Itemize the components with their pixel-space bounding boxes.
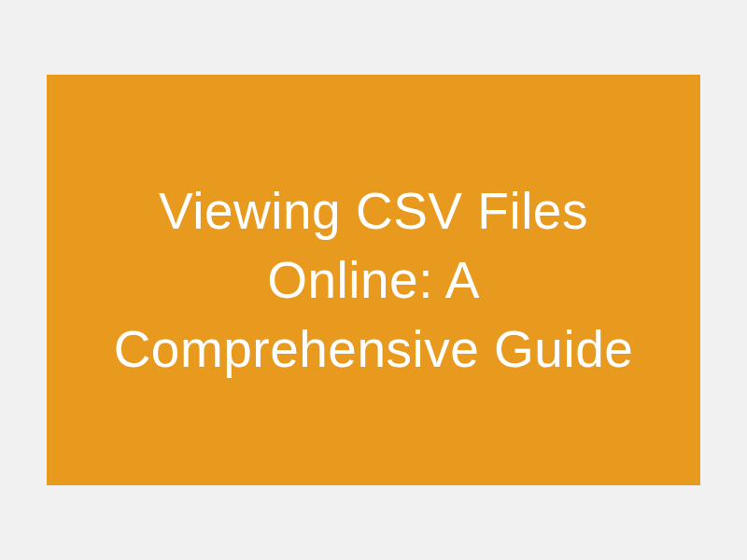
title-banner: Viewing CSV Files Online: A Comprehensiv… — [47, 75, 700, 485]
page-title: Viewing CSV Files Online: A Comprehensiv… — [84, 176, 663, 385]
